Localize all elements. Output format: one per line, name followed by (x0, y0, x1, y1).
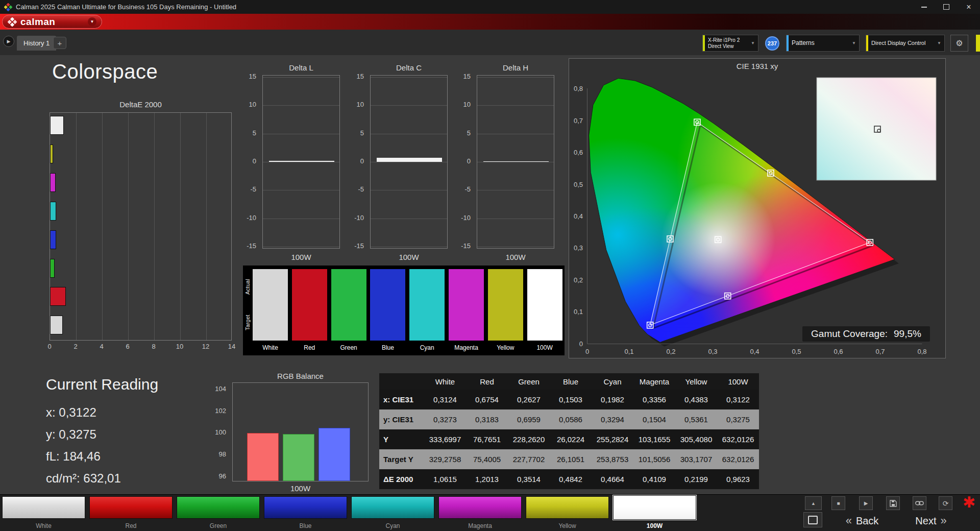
deltae-bar-100w (50, 316, 63, 334)
delta-bar-2 (483, 161, 549, 162)
next-button[interactable]: Next » (898, 513, 964, 528)
tab-history-1[interactable]: History 1 (17, 36, 56, 51)
table-row-label: Target Y (379, 449, 424, 469)
delta-y-tick: -10 (453, 214, 471, 222)
calman-window: Calman 2025 Calman Ultimate for Business… (0, 0, 980, 531)
table-header-cell: White (424, 373, 466, 390)
table-cell: 0,6959 (508, 409, 550, 429)
meter-select[interactable]: X-Rite i1Pro 2 Direct View ▼ (702, 35, 758, 52)
cie-x-tick: 0,2 (666, 348, 675, 355)
deltae-x-tick: 0 (42, 343, 57, 350)
add-tab-button[interactable]: + (53, 37, 66, 49)
delta-plot-1 (370, 75, 448, 249)
delta-gridline (263, 77, 339, 78)
next-label: Next (915, 515, 936, 527)
scroll-up-button[interactable]: ▲ (805, 496, 822, 510)
pattern-button-magenta[interactable]: Magenta (438, 496, 522, 530)
delta-gridline (477, 162, 554, 162)
table-cell: 329,2758 (424, 449, 466, 469)
delta-y-tick: 0 (239, 157, 256, 165)
chevron-down-icon: ▼ (751, 41, 755, 45)
swatch-label-yellow: Yellow (486, 344, 525, 351)
calman-menu-button[interactable]: calman ▼ (2, 15, 102, 29)
cie-x-tick: 0 (585, 348, 589, 355)
cie-y-tick: 0,5 (574, 181, 583, 188)
delta-l-xlabel: 100W (262, 253, 340, 261)
close-button[interactable]: × (958, 0, 980, 14)
table-cell: 26,0224 (550, 429, 592, 449)
save-button[interactable] (886, 496, 900, 510)
table-header-cell: Blue (550, 373, 592, 390)
pattern-button-blue[interactable]: Blue (264, 496, 347, 530)
table-cell: 632,0126 (717, 429, 759, 449)
table-cell: 76,7651 (466, 429, 508, 449)
table-cell: 0,3356 (633, 390, 675, 409)
current-reading: Current Reading x: 0,3122 y: 0,3275 fL: … (46, 376, 219, 489)
pattern-label: 100W (613, 522, 696, 529)
delta-h-xlabel: 100W (477, 253, 554, 261)
delta-gridline (263, 105, 339, 106)
table-cell: 0,1503 (550, 390, 592, 409)
table-header-cell: Cyan (592, 373, 633, 390)
pattern-button-white[interactable]: White (2, 496, 85, 530)
deltae-x-tick: 10 (172, 343, 187, 350)
reading-x: x: 0,3122 (46, 401, 219, 423)
cie-y-tick: 0,6 (574, 149, 583, 156)
rgb-y-tick: 96 (209, 472, 226, 480)
side-panel-handle[interactable] (976, 35, 980, 52)
deltae-bar-blue (50, 230, 56, 249)
gamut-coverage-value: 99,5% (894, 328, 921, 340)
table-header-cell: 100W (717, 373, 759, 390)
play-button[interactable]: ▶ (859, 496, 873, 510)
link-button[interactable] (913, 496, 926, 510)
pattern-button-cyan[interactable]: Cyan (351, 496, 434, 530)
swatch-label-red: Red (290, 344, 329, 351)
table-row: ΔE 20001,06151,20130,35140,48420,46640,4… (379, 469, 759, 489)
patterns-select[interactable]: Patterns ▼ (786, 35, 860, 52)
delta-y-tick: 5 (347, 129, 364, 137)
display-control-label: Direct Display Control (868, 40, 928, 46)
table-cell: 253,8753 (592, 449, 633, 469)
pattern-button-100w[interactable]: 100W (613, 496, 696, 530)
tab-scroll-button[interactable]: ▶ (3, 36, 14, 47)
stop-button[interactable]: ■ (831, 496, 845, 510)
refresh-icon: ⟳ (943, 499, 949, 508)
close-icon: × (966, 3, 971, 12)
delta-gridline (477, 77, 554, 78)
swatch-yellow (488, 269, 523, 341)
deltae-chart-title: DeltaE 2000 (50, 100, 232, 109)
pattern-swatch (438, 496, 522, 519)
table-cell: 227,7702 (508, 449, 550, 469)
cie-y-tick: 0 (579, 340, 583, 348)
delta-gridline (371, 219, 447, 219)
swatch-blue (370, 269, 405, 341)
refresh-button[interactable]: ⟳ (939, 496, 952, 510)
chevron-down-icon: ▼ (937, 41, 941, 45)
table-row: y: CIE310,32730,31830,69590,05860,32940,… (379, 409, 759, 429)
brand-stripe (0, 14, 980, 30)
table-cell: 101,5056 (633, 449, 675, 469)
pattern-button-red[interactable]: Red (89, 496, 173, 530)
table-cell: 0,3183 (466, 409, 508, 429)
deltae-x-tick: 2 (68, 343, 83, 350)
settings-button[interactable]: ⚙ (950, 35, 968, 52)
table-cell: 255,2824 (592, 429, 633, 449)
gamut-coverage-label: Gamut Coverage: (811, 328, 888, 340)
pattern-button-green[interactable]: Green (177, 496, 260, 530)
display-control-select[interactable]: Direct Display Control ▼ (866, 35, 945, 52)
pattern-window-button[interactable] (803, 512, 822, 527)
pattern-button-yellow[interactable]: Yellow (526, 496, 609, 530)
pattern-label: Red (89, 522, 173, 529)
table-cell: 0,5361 (675, 409, 717, 429)
minimize-button[interactable] (913, 0, 935, 14)
back-button[interactable]: « Back (832, 513, 892, 528)
cie-x-tick: 0,5 (792, 348, 801, 355)
delta-y-tick: 5 (453, 129, 471, 137)
table-header-cell: Yellow (675, 373, 717, 390)
delta-yticks-1: 151050-5-10-15 (347, 75, 368, 249)
target-row-label: Target (243, 305, 252, 341)
table-cell: 0,1504 (633, 409, 675, 429)
table-row-label: y: CIE31 (379, 409, 424, 429)
delta-y-tick: -10 (239, 214, 256, 222)
maximize-button[interactable] (935, 0, 958, 14)
